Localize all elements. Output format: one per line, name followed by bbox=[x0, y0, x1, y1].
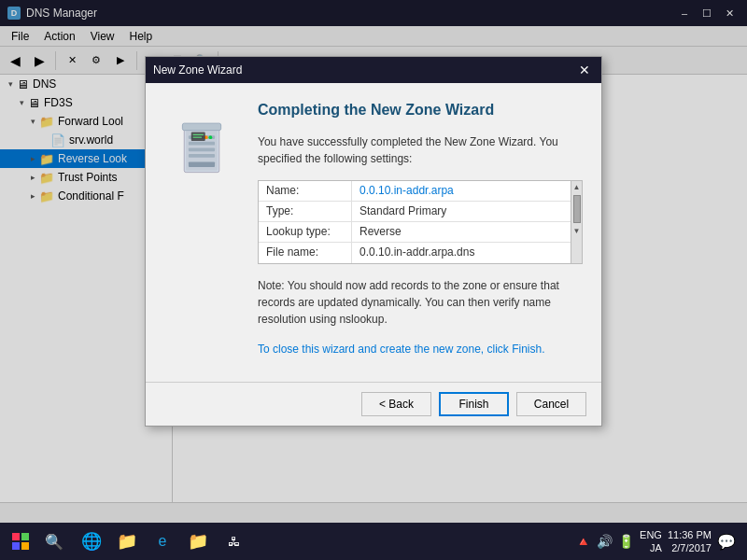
taskbar-notification-icon[interactable]: 💬 bbox=[717, 533, 736, 551]
svg-rect-8 bbox=[189, 161, 215, 167]
dialog-close-button[interactable]: ✕ bbox=[575, 61, 594, 79]
taskbar-app-icons: 🌐 📁 e 📁 🖧 bbox=[75, 525, 250, 558]
new-zone-wizard-dialog: New Zone Wizard ✕ bbox=[145, 56, 602, 427]
svg-rect-10 bbox=[191, 133, 205, 141]
taskbar-language: ENG bbox=[640, 528, 662, 541]
scroll-down-button[interactable]: ▼ bbox=[573, 225, 581, 237]
taskbar-search-button[interactable]: 🔍 bbox=[37, 525, 71, 558]
dialog-link-text: To close this wizard and create the new … bbox=[258, 341, 583, 357]
taskbar-icon-ie[interactable]: e bbox=[146, 525, 179, 558]
svg-rect-5 bbox=[189, 154, 215, 158]
taskbar-battery-icon: 🔋 bbox=[618, 534, 634, 549]
taskbar-icon-files[interactable]: 📁 bbox=[110, 525, 144, 558]
start-button[interactable] bbox=[4, 525, 37, 558]
settings-label-type: Type: bbox=[259, 202, 352, 221]
dialog-title: New Zone Wizard bbox=[153, 63, 575, 77]
back-button[interactable]: < Back bbox=[361, 392, 431, 416]
dialog-heading: Completing the New Zone Wizard bbox=[258, 102, 583, 119]
settings-value-lookup: Reverse bbox=[352, 222, 571, 242]
taskbar-time-area[interactable]: ENG JA bbox=[640, 528, 662, 555]
scroll-up-button[interactable]: ▲ bbox=[573, 181, 581, 193]
taskbar-right: 🔺 🔊 🔋 ENG JA 11:36 PM 2/7/2017 💬 bbox=[575, 528, 743, 555]
cancel-button[interactable]: Cancel bbox=[516, 392, 586, 416]
svg-rect-3 bbox=[189, 142, 215, 146]
dialog-overlay: New Zone Wizard ✕ bbox=[0, 0, 747, 523]
settings-row-name: Name: 0.0.10.in-addr.arpa bbox=[259, 181, 571, 202]
taskbar-volume-icon: 🔊 bbox=[597, 534, 613, 549]
settings-row-lookup: Lookup type: Reverse bbox=[259, 222, 571, 243]
settings-label-file: File name: bbox=[259, 243, 352, 263]
svg-point-6 bbox=[209, 135, 213, 139]
taskbar-icon-dns[interactable]: 🖧 bbox=[217, 525, 250, 558]
taskbar-datetime[interactable]: 11:36 PM 2/7/2017 bbox=[668, 528, 712, 555]
settings-scrollbar[interactable]: ▲ ▼ bbox=[571, 181, 582, 263]
settings-container: Name: 0.0.10.in-addr.arpa Type: Standard… bbox=[258, 180, 583, 264]
settings-row-type: Type: Standard Primary bbox=[259, 202, 571, 222]
dialog-footer: < Back Finish Cancel bbox=[146, 382, 601, 426]
dialog-description: You have successfully completed the New … bbox=[258, 133, 583, 167]
settings-label-name: Name: bbox=[259, 181, 352, 201]
dialog-image-area bbox=[164, 102, 239, 363]
settings-value-type: Standard Primary bbox=[352, 202, 571, 221]
settings-table: Name: 0.0.10.in-addr.arpa Type: Standard… bbox=[259, 181, 571, 263]
taskbar-network-icon: 🔺 bbox=[575, 534, 591, 549]
scroll-thumb[interactable] bbox=[573, 195, 581, 223]
taskbar-time: 11:36 PM bbox=[668, 528, 712, 541]
svg-rect-9 bbox=[182, 123, 220, 131]
server-illustration bbox=[174, 111, 230, 181]
finish-button[interactable]: Finish bbox=[439, 392, 509, 416]
taskbar: 🔍 🌐 📁 e 📁 🖧 🔺 🔊 🔋 ENG JA 11:36 PM 2/7/20… bbox=[0, 523, 747, 560]
dialog-note: Note: You should now add records to the … bbox=[258, 277, 583, 328]
taskbar-icon-browser[interactable]: 🌐 bbox=[75, 525, 108, 558]
settings-value-file: 0.0.10.in-addr.arpa.dns bbox=[352, 243, 571, 263]
taskbar-locale: JA bbox=[640, 541, 662, 554]
dialog-content: Completing the New Zone Wizard You have … bbox=[258, 102, 583, 363]
settings-label-lookup: Lookup type: bbox=[259, 222, 352, 242]
dialog-titlebar: New Zone Wizard ✕ bbox=[146, 57, 601, 83]
dialog-body: Completing the New Zone Wizard You have … bbox=[146, 83, 601, 382]
settings-value-name: 0.0.10.in-addr.arpa bbox=[352, 181, 571, 201]
taskbar-date: 2/7/2017 bbox=[668, 541, 712, 554]
taskbar-icon-explorer[interactable]: 📁 bbox=[181, 525, 215, 558]
windows-logo bbox=[12, 533, 29, 550]
settings-row-file: File name: 0.0.10.in-addr.arpa.dns bbox=[259, 243, 571, 263]
svg-rect-4 bbox=[189, 147, 215, 151]
